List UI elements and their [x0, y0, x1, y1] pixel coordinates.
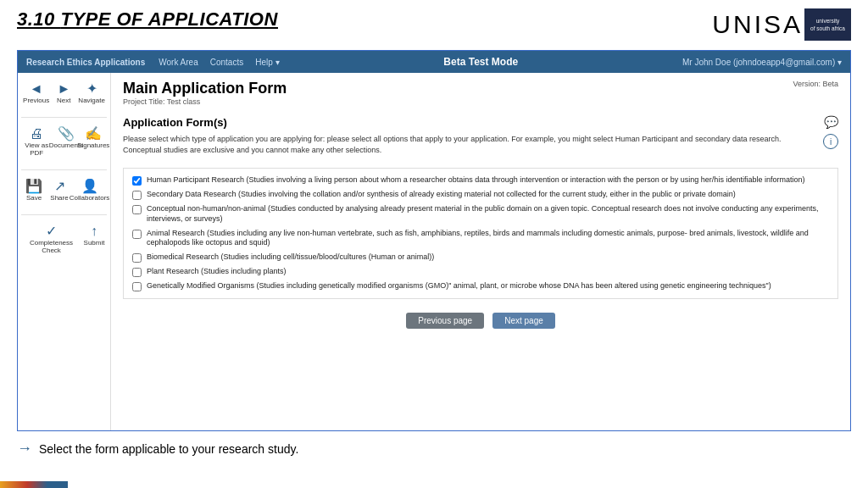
checkbox-item: Secondary Data Research (Studies involvi… — [132, 190, 829, 200]
chat-icon[interactable]: 💬 — [823, 114, 838, 130]
signatures-icon: ✍ — [85, 127, 102, 141]
checkbox-0[interactable] — [132, 176, 142, 186]
annotation-text: Select the form applicable to your resea… — [39, 442, 298, 456]
save-label: Save — [26, 194, 42, 202]
annotation-arrow: → — [17, 440, 32, 458]
nav-brand: Research Ethics Applications — [26, 58, 145, 67]
collaborators-icon: 👤 — [81, 180, 98, 193]
checkbox-item: Genetically Modified Organisms (Studies … — [132, 281, 829, 291]
checkbox-item: Human Participant Research (Studies invo… — [132, 175, 829, 186]
checkbox-3[interactable] — [132, 230, 142, 239]
previous-page-button[interactable]: Previous page — [406, 313, 484, 329]
documents-icon: 📎 — [58, 127, 75, 141]
section-header: Application Form(s) 💬 — [123, 114, 838, 130]
save-icon: 💾 — [25, 180, 42, 193]
page-title: 3.10 TYPE OF APPLICATION — [17, 8, 278, 30]
checkbox-1[interactable] — [132, 191, 142, 200]
share-label: Share — [50, 194, 68, 202]
view-pdf-button[interactable]: 🖨 View as PDF — [21, 125, 52, 159]
sidebar: ◄ Previous ► Next ✦ Navigate 🖨 View as P… — [18, 73, 111, 430]
nav-contacts[interactable]: Contacts — [210, 58, 243, 67]
checkbox-label-0: Human Participant Research (Studies invo… — [147, 175, 804, 186]
checkbox-6[interactable] — [132, 282, 142, 291]
collaborators-button[interactable]: 👤 Collaborators — [72, 177, 107, 204]
checkbox-5[interactable] — [132, 268, 142, 277]
previous-button[interactable]: ◄ Previous — [21, 80, 51, 107]
signatures-button[interactable]: ✍ Signatures — [80, 125, 107, 159]
completeness-label: Completeness Check — [25, 239, 78, 254]
section-title: Application Form(s) — [123, 116, 227, 129]
info-icon[interactable]: i — [823, 134, 838, 149]
checkbox-label-6: Genetically Modified Organisms (Studies … — [147, 281, 771, 291]
submit-button[interactable]: ↑ Submit — [81, 222, 107, 257]
sidebar-row-1: ◄ Previous ► Next ✦ Navigate — [21, 80, 107, 107]
navigate-label: Navigate — [78, 97, 105, 104]
beta-mode-label: Beta Test Mode — [293, 56, 669, 68]
bottom-bar — [0, 481, 68, 488]
next-icon: ► — [57, 82, 70, 96]
signatures-label: Signatures — [77, 141, 109, 149]
sidebar-row-4: ✓ Completeness Check ↑ Submit — [21, 222, 107, 257]
version-badge: Version: Beta — [793, 80, 838, 88]
navigate-button[interactable]: ✦ Navigate — [76, 80, 107, 107]
previous-icon: ◄ — [30, 82, 43, 96]
checkbox-list: Human Participant Research (Studies invo… — [123, 168, 838, 299]
completeness-check-button[interactable]: ✓ Completeness Check — [21, 222, 81, 257]
checkbox-2[interactable] — [132, 205, 142, 214]
user-info[interactable]: Mr John Doe (johndoeapp4@gmail.com) ▾ — [682, 58, 842, 67]
next-page-button[interactable]: Next page — [492, 313, 555, 329]
share-button[interactable]: ↗ Share — [47, 177, 72, 204]
sidebar-row-3: 💾 Save ↗ Share 👤 Collaborators — [21, 177, 107, 204]
pdf-label: View as PDF — [25, 141, 48, 157]
save-button[interactable]: 💾 Save — [21, 177, 47, 204]
check-icon: ✓ — [46, 225, 57, 238]
project-title: Project Title: Test class — [123, 97, 287, 106]
app-window: Research Ethics Applications Work Area C… — [17, 50, 851, 431]
content-area: ◄ Previous ► Next ✦ Navigate 🖨 View as P… — [18, 73, 850, 430]
next-button[interactable]: ► Next — [51, 80, 76, 107]
documents-button[interactable]: 📎 Documents — [52, 125, 80, 159]
unisa-logo: UNISA universityof south africa — [712, 8, 851, 41]
nav-help[interactable]: Help ▾ — [255, 58, 279, 67]
form-title-block: Main Application Form Project Title: Tes… — [123, 80, 287, 113]
submit-icon: ↑ — [91, 225, 97, 238]
checkbox-item: Conceptual non-human/non-animal (Studies… — [132, 204, 829, 224]
page-header: 3.10 TYPE OF APPLICATION UNISA universit… — [0, 0, 868, 45]
unisa-emblem: universityof south africa — [804, 8, 851, 41]
checkbox-label-3: Animal Research (Studies including any l… — [147, 229, 829, 248]
checkbox-item: Animal Research (Studies including any l… — [132, 229, 829, 248]
nav-links: Work Area Contacts Help ▾ — [159, 58, 279, 67]
nav-bar: Research Ethics Applications Work Area C… — [18, 51, 850, 73]
main-content: Main Application Form Project Title: Tes… — [111, 73, 850, 430]
share-icon: ↗ — [54, 180, 65, 193]
next-label: Next — [57, 97, 70, 104]
previous-label: Previous — [23, 97, 49, 104]
submit-label: Submit — [84, 239, 105, 247]
checkbox-4[interactable] — [132, 253, 142, 263]
nav-work-area[interactable]: Work Area — [159, 58, 198, 67]
checkbox-item: Biomedical Research (Studies including c… — [132, 252, 829, 263]
checkbox-label-4: Biomedical Research (Studies including c… — [147, 252, 434, 263]
instruction-text: Please select which type of application … — [123, 134, 818, 155]
checkbox-label-2: Conceptual non-human/non-animal (Studies… — [147, 204, 829, 224]
form-header: Main Application Form Project Title: Tes… — [123, 80, 838, 113]
unisa-emblem-text: universityof south africa — [809, 15, 847, 34]
checkbox-label-5: Plant Research (Studies including plants… — [147, 267, 287, 277]
form-title: Main Application Form — [123, 80, 287, 97]
sidebar-row-2: 🖨 View as PDF 📎 Documents ✍ Signatures — [21, 125, 107, 159]
pdf-icon: 🖨 — [30, 127, 43, 141]
checkbox-label-1: Secondary Data Research (Studies involvi… — [147, 190, 736, 200]
bottom-nav: Previous page Next page — [123, 306, 838, 332]
annotation-area: → Select the form applicable to your res… — [0, 436, 868, 461]
navigate-icon: ✦ — [86, 82, 97, 96]
unisa-logo-text: UNISA — [712, 10, 803, 39]
checkbox-item: Plant Research (Studies including plants… — [132, 267, 829, 277]
collaborators-label: Collaborators — [70, 194, 110, 202]
